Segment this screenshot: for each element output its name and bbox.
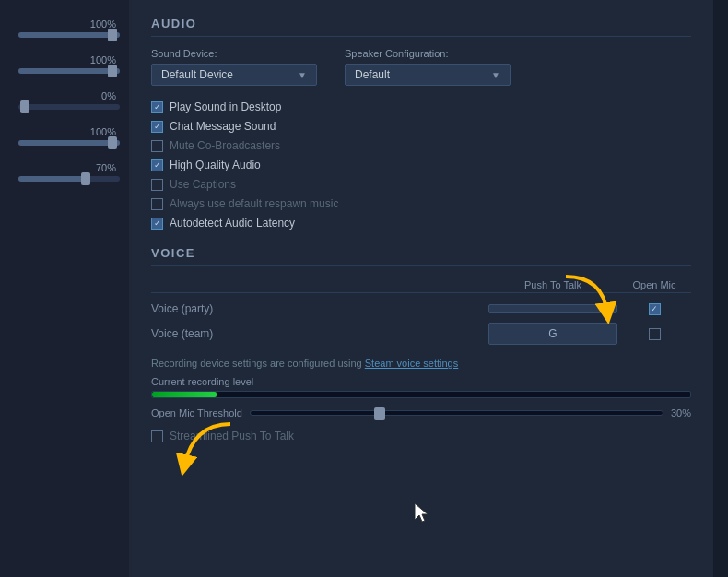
slider-group-3: 0%: [9, 90, 120, 110]
checkbox-high-quality[interactable]: High Quality Audio: [151, 159, 691, 171]
device-row: Sound Device: Default Device ▼ Speaker C…: [151, 48, 691, 86]
slider-track-2[interactable]: [18, 68, 120, 74]
voice-label-team: Voice (team): [151, 327, 488, 340]
voice-header-name: [151, 279, 488, 290]
checkbox-box-use-captions[interactable]: [151, 179, 163, 191]
checkbox-box-default-respawn[interactable]: [151, 198, 163, 210]
sound-device-label: Sound Device:: [151, 48, 317, 59]
checkbox-use-captions[interactable]: Use Captions: [151, 178, 691, 191]
slider-pct-5: 70%: [96, 162, 116, 173]
checkbox-label-default-respawn: Always use default respawn music: [170, 197, 338, 210]
slider-track-1[interactable]: [18, 32, 120, 38]
slider-fill-4: [18, 140, 120, 146]
checkbox-play-sound[interactable]: Play Sound in Desktop: [151, 100, 691, 113]
speaker-config-value: Default: [355, 68, 484, 81]
voice-label-party: Voice (party): [151, 302, 488, 315]
checkbox-label-chat-sound: Chat Message Sound: [170, 120, 276, 133]
checkbox-default-respawn[interactable]: Always use default respawn music: [151, 197, 691, 210]
open-mic-cell-party: [617, 303, 691, 315]
checkbox-label-high-quality: High Quality Audio: [170, 159, 261, 171]
checkbox-box-high-quality[interactable]: [151, 159, 163, 171]
chevron-down-icon: ▼: [298, 70, 307, 80]
main-content: AUDIO Sound Device: Default Device ▼ Spe…: [129, 0, 713, 577]
slider-thumb-3[interactable]: [20, 100, 29, 113]
left-sidebar: 100% 100% 0% 100% 70%: [0, 0, 129, 577]
voice-header-openmic: Open Mic: [617, 279, 691, 290]
slider-thumb-2[interactable]: [108, 65, 117, 77]
streamlined-checkbox[interactable]: [151, 430, 163, 442]
slider-fill-2: [18, 68, 120, 74]
recording-info-text: Recording device settings are configured…: [151, 358, 365, 369]
checkbox-label-autodetect: Autodetect Audio Latency: [170, 217, 295, 230]
slider-track-4[interactable]: [18, 140, 120, 146]
recording-level-label: Current recording level: [151, 376, 691, 387]
checkbox-box-autodetect[interactable]: [151, 218, 163, 230]
checkbox-box-play-sound[interactable]: [151, 101, 163, 113]
slider-group-1: 100%: [9, 18, 120, 38]
sound-device-value: Default Device: [161, 68, 290, 81]
svg-marker-2: [415, 503, 428, 522]
steam-voice-settings-link[interactable]: Steam voice settings: [365, 358, 459, 369]
slider-thumb-5[interactable]: [81, 172, 90, 185]
chevron-down-icon-2: ▼: [491, 70, 500, 80]
slider-thumb-4[interactable]: [108, 136, 117, 149]
speaker-config-select[interactable]: Default ▼: [345, 64, 511, 86]
audio-section-header: AUDIO: [151, 17, 691, 37]
slider-track-3[interactable]: [18, 104, 120, 110]
voice-section-header: VOICE: [151, 246, 691, 266]
checkbox-mute-cobroadcast[interactable]: Mute Co-Broadcasters: [151, 139, 691, 152]
slider-fill-1: [18, 32, 120, 38]
speaker-config-group: Speaker Configuration: Default ▼: [345, 48, 511, 86]
checkbox-box-chat-sound[interactable]: [151, 121, 163, 133]
slider-pct-3: 0%: [101, 90, 116, 101]
checkbox-chat-sound[interactable]: Chat Message Sound: [151, 120, 691, 133]
checkbox-label-use-captions: Use Captions: [170, 178, 236, 191]
checkbox-label-play-sound: Play Sound in Desktop: [170, 100, 281, 113]
open-mic-checkbox-party[interactable]: [649, 303, 661, 315]
right-edge: [713, 0, 728, 577]
threshold-pct: 30%: [671, 407, 691, 418]
arrow-annotation-2: [166, 415, 240, 482]
slider-thumb-1[interactable]: [108, 29, 117, 41]
sound-device-select[interactable]: Default Device ▼: [151, 64, 317, 86]
open-mic-cell-team: [617, 328, 691, 340]
slider-fill-5: [18, 176, 89, 182]
sound-device-group: Sound Device: Default Device ▼: [151, 48, 317, 86]
recording-info: Recording device settings are configured…: [151, 358, 691, 369]
checkbox-autodetect[interactable]: Autodetect Audio Latency: [151, 217, 691, 230]
threshold-track[interactable]: [250, 410, 663, 416]
speaker-config-label: Speaker Configuration:: [345, 48, 511, 59]
recording-bar: [151, 391, 691, 398]
cursor: [415, 503, 431, 526]
checkbox-label-mute-cobroadcast: Mute Co-Broadcasters: [170, 139, 280, 152]
arrow-annotation-1: [557, 267, 621, 335]
checkbox-box-mute-cobroadcast[interactable]: [151, 140, 163, 152]
slider-group-2: 100%: [9, 54, 120, 74]
audio-checkboxes: Play Sound in Desktop Chat Message Sound…: [151, 100, 691, 230]
slider-track-5[interactable]: [18, 176, 120, 182]
recording-bar-fill: [152, 392, 217, 397]
slider-group-5: 70%: [9, 162, 120, 182]
threshold-thumb[interactable]: [374, 407, 385, 420]
slider-group-4: 100%: [9, 126, 120, 146]
open-mic-checkbox-team[interactable]: [649, 328, 661, 340]
